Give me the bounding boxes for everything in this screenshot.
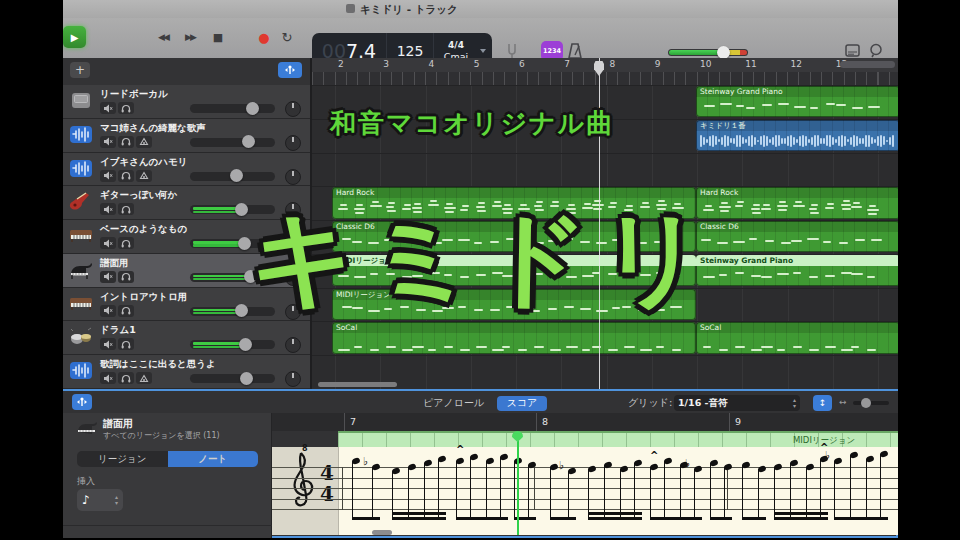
stop-button[interactable]: ■ <box>208 27 228 47</box>
editor-catch-button-2[interactable]: ↕ <box>813 395 832 411</box>
midi-note <box>502 346 510 348</box>
waveform-bar <box>730 138 732 143</box>
level-meter-bar <box>193 278 251 280</box>
score-area[interactable]: 8 4 4 ♭^♭^♭^♭ <box>272 447 898 535</box>
editor-catch-button[interactable] <box>72 394 92 410</box>
editor-zoom-slider[interactable] <box>853 401 889 405</box>
region-midi[interactable]: Steinway Grand Piano <box>696 86 898 117</box>
volume-knob[interactable] <box>235 304 248 317</box>
add-track-button[interactable]: + <box>70 62 90 78</box>
mute-button[interactable] <box>100 237 116 249</box>
region-midi[interactable]: Hard Rock <box>696 187 898 218</box>
region-audio[interactable]: キミドリ１番 <box>696 120 898 151</box>
solo-button[interactable] <box>118 338 134 350</box>
region-midi[interactable]: Classic D6 <box>696 221 898 252</box>
pan-knob[interactable] <box>285 135 301 151</box>
editor-playhead-line[interactable] <box>517 433 519 535</box>
input-monitoring-button[interactable] <box>136 170 152 182</box>
lcd-chevron-icon[interactable] <box>480 49 486 53</box>
solo-button[interactable] <box>118 372 134 384</box>
volume-knob[interactable] <box>246 102 259 115</box>
editor-bar-tick <box>536 413 537 431</box>
track-header-0[interactable]: リードボーカル <box>63 85 310 119</box>
rewind-button[interactable]: ◀◀ <box>153 27 173 47</box>
cycle-button[interactable]: ↻ <box>277 27 297 47</box>
master-volume-slider[interactable] <box>668 49 748 56</box>
media-browser-icon[interactable] <box>869 43 883 58</box>
mute-button[interactable] <box>100 170 116 182</box>
editor-scrollbar[interactable] <box>372 530 392 535</box>
editor-region-strip[interactable]: MIDIリージョン <box>338 431 898 447</box>
waveform-bar <box>859 138 861 143</box>
midi-note <box>807 238 819 240</box>
midi-note <box>836 104 846 106</box>
waveform-bar <box>781 138 783 144</box>
grid-stepper-icon[interactable]: ▴▾ <box>793 397 796 409</box>
record-button[interactable]: ● <box>254 27 274 47</box>
catch-playhead-button[interactable] <box>278 62 302 78</box>
solo-button[interactable] <box>118 102 134 114</box>
midi-note <box>735 205 743 207</box>
volume-knob[interactable] <box>242 135 255 148</box>
waveform-bar <box>760 136 762 145</box>
title-bar[interactable]: キミドリ - トラック <box>63 0 898 18</box>
editor-zoom-knob[interactable] <box>861 398 871 408</box>
volume-slider[interactable] <box>190 104 275 113</box>
note-stem <box>470 457 471 519</box>
volume-knob[interactable] <box>239 338 252 351</box>
window-title: キミドリ - トラック <box>360 3 458 17</box>
volume-knob[interactable] <box>240 372 253 385</box>
volume-slider[interactable] <box>190 138 275 147</box>
solo-button[interactable] <box>118 237 134 249</box>
play-button[interactable]: ▶ <box>63 26 86 48</box>
volume-slider[interactable] <box>190 374 275 383</box>
forward-button[interactable]: ▶▶ <box>180 27 200 47</box>
waveform-bar <box>823 138 825 144</box>
mute-button[interactable] <box>100 338 116 350</box>
pan-knob[interactable] <box>285 371 301 387</box>
level-meter-bar <box>193 211 242 213</box>
piano-roll-tab[interactable]: ピアノロール <box>423 396 484 410</box>
volume-knob[interactable] <box>230 169 243 182</box>
tab-note[interactable]: ノート <box>168 451 259 467</box>
waveform-bar <box>727 136 729 146</box>
grid-dropdown[interactable]: 1/16 -音符 ▴▾ <box>674 395 800 411</box>
mute-button[interactable] <box>100 203 116 215</box>
input-monitoring-button[interactable] <box>136 136 152 148</box>
solo-button[interactable] <box>118 136 134 148</box>
solo-button[interactable] <box>118 305 134 317</box>
pan-knob[interactable] <box>285 101 301 117</box>
score-tab[interactable]: スコア <box>497 396 547 411</box>
midi-note <box>703 346 711 348</box>
insert-stepper-icon[interactable]: ▴▾ <box>115 494 118 506</box>
pan-knob[interactable] <box>285 337 301 353</box>
track-header-8[interactable]: 歌詞はここに出ると思うよ <box>63 355 310 389</box>
input-monitoring-button[interactable] <box>136 372 152 384</box>
insert-note-dropdown[interactable]: ♪ ▴▾ <box>77 489 123 511</box>
loop-browser-icon[interactable] <box>845 44 860 57</box>
midi-note <box>842 208 851 210</box>
midi-note <box>354 346 362 348</box>
mute-button[interactable] <box>100 136 116 148</box>
track-header-1[interactable]: マコ姉さんの綺麗な歌声 <box>63 119 310 153</box>
horizontal-scrollbar[interactable] <box>318 382 397 387</box>
solo-button[interactable] <box>118 203 134 215</box>
mute-button[interactable] <box>100 271 116 283</box>
mute-button[interactable] <box>100 305 116 317</box>
volume-slider[interactable] <box>190 172 275 181</box>
timeline-zoom-slider[interactable] <box>840 61 895 68</box>
track-header-2[interactable]: イブキさんのハモリ <box>63 153 310 187</box>
solo-button[interactable] <box>118 170 134 182</box>
mute-button[interactable] <box>100 372 116 384</box>
editor-bar-ruler[interactable]: 789 <box>272 413 898 431</box>
tab-region[interactable]: リージョン <box>77 451 168 467</box>
mute-button[interactable] <box>100 102 116 114</box>
solo-button[interactable] <box>118 271 134 283</box>
region-midi[interactable]: Steinway Grand Piano <box>696 255 898 286</box>
volume-slider[interactable] <box>190 340 275 349</box>
insert-label: 挿入 <box>77 475 95 488</box>
volume-knob[interactable] <box>235 203 248 216</box>
midi-note <box>827 203 834 205</box>
pan-knob[interactable] <box>285 169 301 185</box>
region-midi[interactable]: SoCal <box>696 322 898 353</box>
